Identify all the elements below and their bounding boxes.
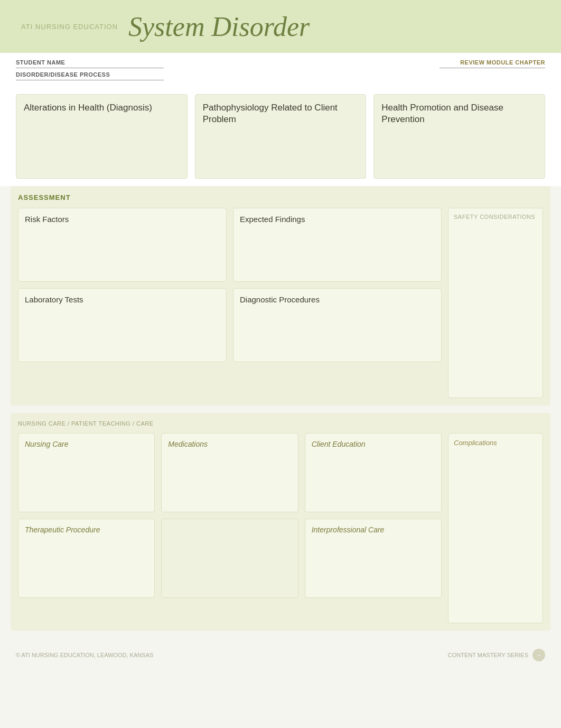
interprofessional-care-title: Interprofessional Care	[312, 526, 435, 534]
empty-box	[161, 519, 298, 598]
medications-title: Medications	[168, 440, 291, 448]
nursing-side: Complications	[448, 433, 543, 623]
therapeutic-procedure-box: Therapeutic Procedure	[18, 519, 155, 598]
student-name-line	[16, 68, 164, 68]
meta-left: STUDENT NAME DISORDER/DISEASE PROCESS	[16, 59, 164, 82]
assessment-grid: Risk Factors Expected Findings Laborator…	[18, 208, 543, 398]
laboratory-tests-box: Laboratory Tests	[18, 288, 227, 362]
alterations-title: Alterations in Health (Diagnosis)	[24, 102, 180, 114]
complications-box: Complications	[448, 433, 543, 623]
page-header: ATI NURSING EDUCATION System Disorder	[0, 0, 561, 53]
assessment-title: ASSESSMENT	[18, 193, 543, 201]
review-label: REVIEW MODULE CHAPTER	[460, 59, 545, 66]
nursing-care-box: Nursing Care	[18, 433, 155, 512]
student-name-label: STUDENT NAME	[16, 59, 164, 66]
pathophysiology-box: Pathophysiology Related to Client Proble…	[195, 94, 367, 179]
diagnostic-procedures-title: Diagnostic Procedures	[240, 295, 435, 304]
meta-row: STUDENT NAME DISORDER/DISEASE PROCESS RE…	[0, 53, 561, 87]
interprofessional-care-box: Interprofessional Care	[305, 519, 442, 598]
complications-title: Complications	[454, 439, 537, 447]
diagnostic-procedures-box: Diagnostic Procedures	[233, 288, 442, 362]
nursing-row-2: Therapeutic Procedure Interprofessional …	[18, 519, 442, 598]
footer: © ATI NURSING EDUCATION, LEAWOOD, KANSAS…	[0, 638, 561, 672]
nursing-care-title: Nursing Care	[25, 440, 148, 448]
footer-right: CONTENT MASTERY SERIES →	[448, 649, 545, 661]
expected-findings-title: Expected Findings	[240, 215, 435, 224]
risk-factors-title: Risk Factors	[25, 215, 220, 224]
disorder-label: DISORDER/DISEASE PROCESS	[16, 71, 164, 78]
assessment-main: Risk Factors Expected Findings Laborator…	[18, 208, 442, 398]
meta-right: REVIEW MODULE CHAPTER	[440, 59, 545, 68]
next-arrow-icon[interactable]: →	[532, 649, 545, 661]
medications-box: Medications	[161, 433, 298, 512]
assessment-section: ASSESSMENT Risk Factors Expected Finding…	[11, 186, 550, 406]
laboratory-tests-title: Laboratory Tests	[25, 295, 220, 304]
header-title: System Disorder	[128, 11, 310, 42]
therapeutic-procedure-title: Therapeutic Procedure	[25, 526, 148, 534]
nursing-row-1: Nursing Care Medications Client Educatio…	[18, 433, 442, 512]
health-promotion-title: Health Promotion and Disease Prevention	[381, 102, 537, 125]
assessment-row-2: Laboratory Tests Diagnostic Procedures	[18, 288, 442, 362]
expected-findings-box: Expected Findings	[233, 208, 442, 282]
assessment-side: SAFETY CONSIDERATIONS	[448, 208, 543, 398]
header-subtitle: ATI NURSING EDUCATION	[21, 23, 118, 31]
safety-title: SAFETY CONSIDERATIONS	[454, 214, 537, 220]
nursing-grid: Nursing Care Medications Client Educatio…	[18, 433, 543, 623]
safety-considerations-box: SAFETY CONSIDERATIONS	[448, 208, 543, 398]
footer-copyright: © ATI NURSING EDUCATION, LEAWOOD, KANSAS	[16, 652, 153, 658]
alterations-box: Alterations in Health (Diagnosis)	[16, 94, 188, 179]
disorder-line	[16, 80, 164, 80]
review-line	[440, 68, 545, 68]
client-education-title: Client Education	[312, 440, 435, 448]
nursing-main: Nursing Care Medications Client Educatio…	[18, 433, 442, 623]
risk-factors-box: Risk Factors	[18, 208, 227, 282]
top-boxes: Alterations in Health (Diagnosis) Pathop…	[0, 87, 561, 186]
nursing-section-title: NURSING CARE / PATIENT TEACHING / CARE	[18, 420, 543, 427]
client-education-box: Client Education	[305, 433, 442, 512]
footer-series-text: CONTENT MASTERY SERIES	[448, 652, 528, 658]
nursing-section: NURSING CARE / PATIENT TEACHING / CARE N…	[11, 413, 550, 631]
pathophysiology-title: Pathophysiology Related to Client Proble…	[203, 102, 359, 125]
health-promotion-box: Health Promotion and Disease Prevention	[373, 94, 545, 179]
assessment-row-1: Risk Factors Expected Findings	[18, 208, 442, 282]
